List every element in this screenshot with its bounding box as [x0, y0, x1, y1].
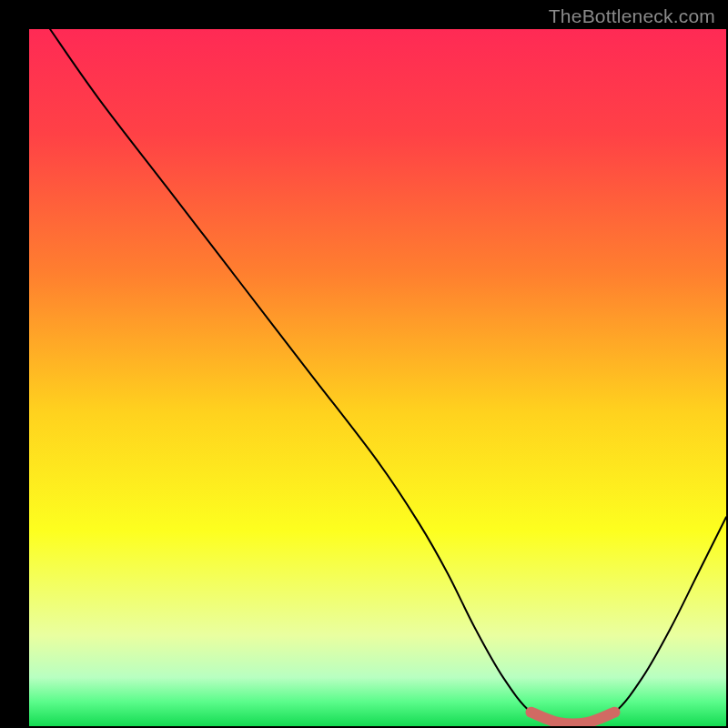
chart-stage: TheBottleneck.com: [0, 0, 728, 728]
attribution-label: TheBottleneck.com: [549, 5, 715, 27]
gradient-background: [29, 29, 726, 726]
bottleneck-chart: [0, 0, 728, 728]
